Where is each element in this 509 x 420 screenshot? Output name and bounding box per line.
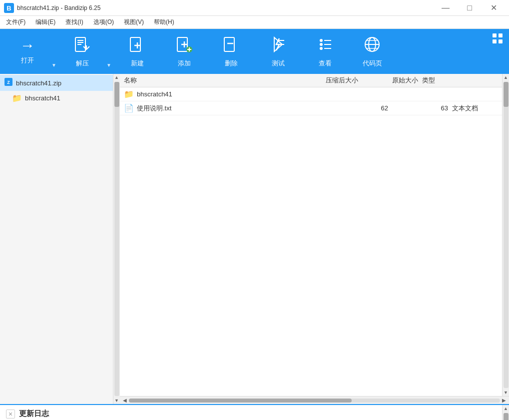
folder-icon: 📁 <box>12 93 22 103</box>
content-scroll-down[interactable]: ▼ <box>503 389 509 396</box>
sidebar: Z bhscratch41.zip 📁 bhscratch41 <box>0 74 113 404</box>
open-dropdown-arrow[interactable]: ▼ <box>50 31 58 72</box>
add-label: 添加 <box>178 59 191 68</box>
zip-icon: Z <box>4 77 13 88</box>
svg-text:B: B <box>6 4 11 12</box>
menu-help[interactable]: 帮助(H) <box>150 17 178 27</box>
minimize-button[interactable]: — <box>434 1 457 15</box>
update-scrollbar[interactable]: ▲ ▼ <box>502 405 509 420</box>
file-name-bhscratch41: 📁 bhscratch41 <box>124 89 328 99</box>
delete-button[interactable]: 删除 <box>209 31 254 72</box>
test-button[interactable]: 测试 <box>256 31 301 72</box>
svg-rect-35 <box>499 39 503 43</box>
toolbar: → 打开 ▼ 解压 ▼ <box>0 29 509 74</box>
open-icon: → <box>20 38 35 53</box>
header-compressed[interactable]: 压缩后大小 <box>298 76 358 85</box>
new-button[interactable]: 新建 <box>115 31 160 72</box>
file-row-readme[interactable]: 📄 使用说明.txt 62 63 文本文档 <box>120 101 502 115</box>
content-scroll-up[interactable]: ▲ <box>503 74 509 81</box>
add-icon <box>175 35 193 56</box>
svg-rect-34 <box>493 39 497 43</box>
update-title: 更新日志 <box>19 409 49 419</box>
title-bar: B bhscratch41.zip - Bandizip 6.25 — □ ✕ <box>0 0 509 16</box>
codepage-button[interactable]: 代码页 <box>350 31 395 72</box>
grid-icon[interactable] <box>492 33 503 46</box>
table-header: 名称 压缩后大小 原始大小 类型 <box>120 74 502 87</box>
header-type[interactable]: 类型 <box>418 76 468 85</box>
title-bar-left: B bhscratch41.zip - Bandizip 6.25 <box>4 3 100 13</box>
update-close-button[interactable]: × <box>6 410 15 419</box>
view-icon <box>316 35 334 56</box>
file-table: 名称 压缩后大小 原始大小 类型 📁 bhscratch41 <box>120 74 502 396</box>
view-label: 查看 <box>319 59 332 68</box>
menu-find[interactable]: 查找(I) <box>61 17 87 27</box>
content-scroll-thumb[interactable] <box>504 82 509 107</box>
sidebar-scroll-up[interactable]: ▲ <box>113 74 120 81</box>
svg-point-23 <box>320 43 323 46</box>
content-scrollbar[interactable]: ▲ ▼ <box>502 74 509 396</box>
h-scroll-left[interactable]: ◀ <box>121 397 129 404</box>
update-panel: × 更新日志 1.修复BUG，新版体验更佳 ▲ ▼ <box>0 404 509 420</box>
svg-rect-16 <box>224 37 234 51</box>
delete-icon <box>222 35 240 56</box>
menu-bar: 文件(F) 编辑(E) 查找(I) 选项(O) 视图(V) 帮助(H) <box>0 16 509 29</box>
h-scroll-area[interactable]: ◀ ▶ <box>120 396 509 404</box>
maximize-button[interactable]: □ <box>458 1 481 15</box>
open-button-wrap: → 打开 ▼ <box>5 31 58 72</box>
update-scroll-up[interactable]: ▲ <box>503 405 509 412</box>
sidebar-item-bhscratch41-zip[interactable]: Z bhscratch41.zip <box>0 75 113 91</box>
h-scroll-right[interactable]: ▶ <box>500 397 508 404</box>
extract-dropdown-arrow[interactable]: ▼ <box>105 31 113 72</box>
file-row-bhscratch41[interactable]: 📁 bhscratch41 <box>120 87 502 101</box>
new-label: 新建 <box>131 59 144 68</box>
extract-label: 解压 <box>76 59 89 68</box>
sidebar-scroll-down[interactable]: ▼ <box>113 397 120 404</box>
delete-label: 删除 <box>225 59 238 68</box>
update-scroll-thumb[interactable] <box>504 413 509 420</box>
open-button[interactable]: → 打开 <box>5 31 50 72</box>
header-original[interactable]: 原始大小 <box>358 76 418 85</box>
sidebar-item-zip-label: bhscratch41.zip <box>16 79 61 87</box>
menu-options[interactable]: 选项(O) <box>89 17 118 27</box>
test-icon <box>269 35 287 56</box>
add-button[interactable]: 添加 <box>162 31 207 72</box>
main-area: Z bhscratch41.zip 📁 bhscratch41 ▲ ▼ <box>0 74 509 404</box>
sidebar-scroll-track[interactable] <box>114 82 119 396</box>
open-label: 打开 <box>21 56 34 65</box>
codepage-icon <box>363 35 381 56</box>
menu-file[interactable]: 文件(F) <box>2 17 29 27</box>
menu-edit[interactable]: 编辑(E) <box>31 17 59 27</box>
sidebar-scrollbar[interactable]: ▲ ▼ <box>113 74 120 404</box>
window-controls: — □ ✕ <box>434 1 505 15</box>
svg-rect-7 <box>130 37 140 51</box>
sidebar-item-folder-label: bhscratch41 <box>25 94 60 102</box>
sidebar-item-bhscratch41[interactable]: 📁 bhscratch41 <box>0 91 113 105</box>
svg-point-25 <box>320 47 323 50</box>
sidebar-scroll-thumb[interactable] <box>114 82 119 107</box>
svg-rect-33 <box>499 33 503 37</box>
h-scroll-thumb[interactable] <box>129 399 352 403</box>
svg-rect-32 <box>493 33 497 37</box>
window-title: bhscratch41.zip - Bandizip 6.25 <box>17 4 100 11</box>
new-icon <box>128 35 146 56</box>
update-panel-header: × 更新日志 <box>0 405 509 420</box>
extract-button[interactable]: 解压 <box>60 31 105 72</box>
menu-view[interactable]: 视图(V) <box>120 17 148 27</box>
test-label: 测试 <box>272 59 285 68</box>
sidebar-outer: Z bhscratch41.zip 📁 bhscratch41 ▲ ▼ <box>0 74 120 404</box>
extract-icon <box>73 35 91 56</box>
h-scroll-track[interactable] <box>129 399 500 403</box>
codepage-label: 代码页 <box>363 59 382 68</box>
file-name-readme: 📄 使用说明.txt <box>124 103 328 113</box>
header-name[interactable]: 名称 <box>124 76 298 85</box>
close-button[interactable]: ✕ <box>482 1 505 15</box>
content-area: 名称 压缩后大小 原始大小 类型 📁 bhscratch41 <box>120 74 509 404</box>
header-extra <box>468 76 498 85</box>
folder-row-icon: 📁 <box>124 89 134 99</box>
doc-row-icon: 📄 <box>124 103 134 113</box>
update-scroll-track[interactable] <box>504 413 509 420</box>
view-button[interactable]: 查看 <box>303 31 348 72</box>
file-original-readme: 63 <box>388 104 448 112</box>
content-scroll-track[interactable] <box>504 82 509 388</box>
file-type-readme: 文本文档 <box>448 104 498 113</box>
